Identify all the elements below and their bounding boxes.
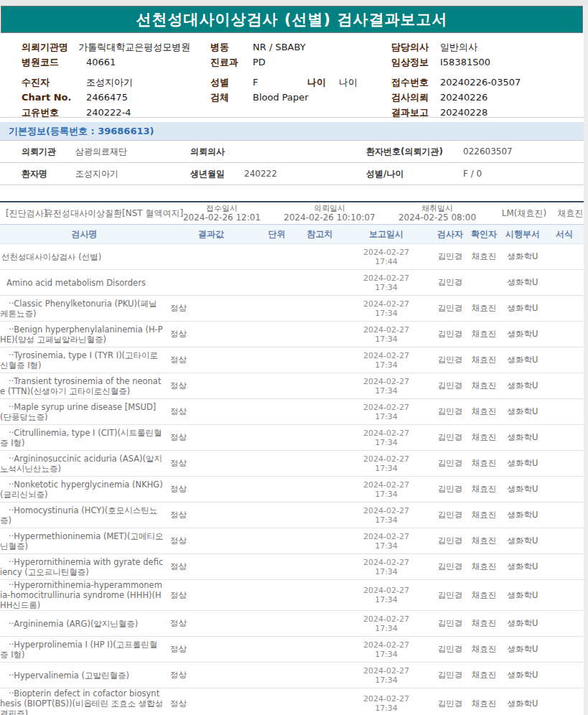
header-field-row: 임상정보 I58381S00 [391,55,578,70]
header-field-row: 고유번호 240222-4 [22,105,205,120]
department-name: 생화학U [500,251,545,262]
result-value: 정상 [169,380,253,391]
basic-label: 의뢰의사 [190,146,244,158]
department-name: 생화학U [500,670,545,681]
tester-name: 김민경 [433,698,467,709]
field-label: 수진자 [22,76,86,89]
result-row: ··Benign hyperphenylalaninemia (H-PHE)(양… [0,322,584,347]
basic-info-row: 환자명 조성지아기 생년월일 240222 성별/나이 F / 0 [0,163,584,185]
collector-name: 채효진 [557,207,584,220]
report-datetime: 2024-02-27 17:34 [340,480,433,499]
header-field-row: 수진자 조성지아기 [22,75,205,90]
field-value: F [253,77,307,88]
report-time: 17:34 [340,541,433,551]
test-name: ··Hypervalinemia (고발린혈증) [0,670,169,681]
report-date: 2024-02-27 [340,429,433,438]
basic-label: 생년월일 [190,168,244,180]
result-row: ··Hyperornithinemia-hyperammonemia-homoc… [0,580,584,611]
verifier-name: 채효진 [467,355,500,365]
basic-label: 의뢰기관 [22,146,75,158]
report-date: 2024-02-27 [340,351,433,360]
test-name: ··Hyperprolinemia I (HP I)(고프롤린혈증 I형) [0,640,169,660]
report-time: 17:34 [340,360,433,370]
department-name: 생화학U [500,484,545,495]
tester-name: 김민경 [433,406,467,417]
report-date: 2024-02-27 [340,586,433,595]
department-name: 생화학U [500,536,545,546]
report-datetime: 2024-02-27 17:34 [340,403,433,421]
field-value: 20240228 [440,107,495,118]
report-page: 선천성대사이상검사 (선별) 검사결과보고서 의뢰기관명 가톨릭대학교은평성모병… [0,0,588,715]
result-row: ··Homocystinuria (HCY)(호모시스틴뇨증) 정상 2024-… [0,503,584,528]
department-name: 생화학U [500,355,545,365]
department-name: 생화학U [500,698,545,709]
col-header-reference: 참고치 [300,228,340,240]
field-value: 20240226-03507 [440,77,521,88]
result-row: ··Citrullinemia, type I (CIT)(시트룰린혈증 I형)… [0,425,584,451]
report-date: 2024-02-27 [340,694,433,704]
field-label: 검사의뢰 [391,91,440,104]
tester-name: 김민경 [433,590,467,601]
collection-time-value: 2024-02-25 08:00 [383,213,491,223]
result-value: 정상 [169,644,253,655]
field-label: 병원코드 [22,56,86,69]
header-field-row: 진료과 PD [210,55,386,70]
col-header-report-datetime: 보고일시 [340,228,433,240]
result-row: ··Hyperornithinemia with gyrate deficien… [0,554,584,580]
department-name: 생화학U [500,618,545,629]
result-value: 정상 [169,510,253,520]
basic-label: 성별/나이 [366,168,463,180]
test-name: ··Argininemia (ARG)(알지닌혈증) [0,619,169,629]
department-name: 생화학U [500,644,545,655]
verifier-name: 채효진 [467,251,500,262]
order-time-value: 2024-02-26 10:10:07 [276,213,383,223]
verifier-name: 채효진 [467,590,500,601]
header-field-row: 담당의사 일반의사 [391,39,578,55]
test-name: ··Nonketotic hyperglycinemia (NKHG)(글리신뇌… [0,480,169,500]
test-name: ··Maple syrup urine disease [MSUD](단풍당뇨증… [0,402,169,422]
top-margin-strip [0,0,588,6]
verifier-name: 채효진 [467,670,500,681]
tester-name: 김민경 [433,432,467,443]
result-row: Amino acid metabolism Disorders 2024-02-… [0,270,584,296]
test-name: ··Citrullinemia, type I (CIT)(시트룰린혈증 I형) [0,428,169,448]
test-name: ··Homocystinuria (HCY)(호모시스틴뇨증) [0,505,169,525]
report-time: 17:34 [340,515,433,525]
received-time: 접수일시 2024-02-26 12:01 [168,204,276,223]
field-label: 담당의사 [391,41,440,54]
department-name: 생화학U [500,277,545,288]
header-field-row: Chart No. 2466475 [22,90,205,105]
order-bar: [진단검사] 유전성대사이상질환[NST 혈액여지] 접수일시 2024-02-… [0,201,584,224]
tester-name: 김민경 [433,380,467,391]
field-value: I58381S00 [440,57,495,67]
basic-value: 삼광의료재단 [75,146,190,158]
collection-time: 채취일시 2024-02-25 08:00 [383,204,491,223]
verifier-name: 채효진 [467,536,500,546]
tester-name: 김민경 [433,561,467,572]
col-header-verifier: 확인자 [467,228,500,240]
tester-name: 김민경 [433,277,467,288]
col-header-format: 서식 [545,228,584,240]
report-time: 17:34 [340,412,433,421]
result-row: ··Classic Phenylketonuria (PKU)(페닐케톤뇨증) … [0,296,584,322]
report-datetime: 2024-02-27 17:44 [340,248,433,266]
department-name: 생화학U [500,329,545,340]
report-date: 2024-02-27 [340,299,433,309]
tester-name: 김민경 [433,644,467,655]
verifier-name: 채효진 [467,406,500,417]
report-date: 2024-02-27 [340,558,433,567]
verifier-name: 채효진 [467,618,500,629]
department-name: 생화학U [500,380,545,391]
basic-label: 환자번호(의뢰기관) [366,146,463,158]
report-time: 17:34 [340,464,433,473]
field-label: Chart No. [22,92,86,103]
result-row: ··Biopterin defect in cofactor biosynthe… [0,688,584,715]
department-name: 생화학U [500,303,545,314]
header-field-row: 의뢰기관명 가톨릭대학교은평성모병원 [22,39,205,55]
tester-name: 김민경 [433,251,467,262]
order-category: [진단검사] [0,207,39,220]
field-label: 임상정보 [391,56,440,69]
field-value: 2466475 [86,92,141,103]
report-title-bar: 선천성대사이상검사 (선별) 검사결과보고서 [1,6,583,33]
report-time: 17:34 [340,386,433,396]
